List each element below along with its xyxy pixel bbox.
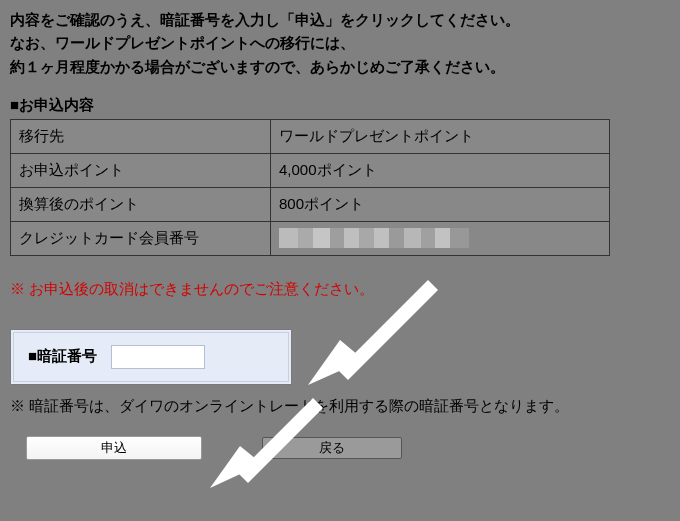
button-row: 申込 戻る (10, 436, 670, 460)
pin-box: ■暗証番号 (10, 329, 292, 385)
details-table: 移行先 ワールドプレゼントポイント お申込ポイント 4,000ポイント 換算後の… (10, 119, 610, 256)
apply-button[interactable]: 申込 (26, 436, 202, 460)
cell-value: ワールドプレゼントポイント (271, 119, 610, 153)
table-row: お申込ポイント 4,000ポイント (11, 153, 610, 187)
table-row: クレジットカード会員番号 (11, 221, 610, 255)
pin-input[interactable] (111, 345, 205, 369)
table-row: 換算後のポイント 800ポイント (11, 187, 610, 221)
warning-text: ※ お申込後の取消はできませんのでご注意ください。 (10, 280, 670, 299)
masked-card-number (279, 228, 469, 248)
table-row: 移行先 ワールドプレゼントポイント (11, 119, 610, 153)
instruction-line-3: 約１ヶ月程度かかる場合がございますので、あらかじめご了承ください。 (10, 55, 670, 78)
cell-label: クレジットカード会員番号 (11, 221, 271, 255)
instruction-line-2: なお、ワールドプレゼントポイントへの移行には、 (10, 31, 670, 54)
instruction-text: 内容をご確認のうえ、暗証番号を入力し「申込」をクリックしてください。 なお、ワー… (10, 8, 670, 78)
cell-label: 換算後のポイント (11, 187, 271, 221)
cell-value-masked (271, 221, 610, 255)
instruction-line-1: 内容をご確認のうえ、暗証番号を入力し「申込」をクリックしてください。 (10, 8, 670, 31)
cell-value: 4,000ポイント (271, 153, 610, 187)
cell-label: 移行先 (11, 119, 271, 153)
back-button[interactable]: 戻る (262, 437, 402, 459)
cell-label: お申込ポイント (11, 153, 271, 187)
pin-label: ■暗証番号 (28, 347, 97, 366)
pin-note: ※ 暗証番号は、ダイワのオンライントレードを利用する際の暗証番号となります。 (10, 397, 670, 416)
cell-value: 800ポイント (271, 187, 610, 221)
section-title: ■お申込内容 (10, 96, 670, 115)
